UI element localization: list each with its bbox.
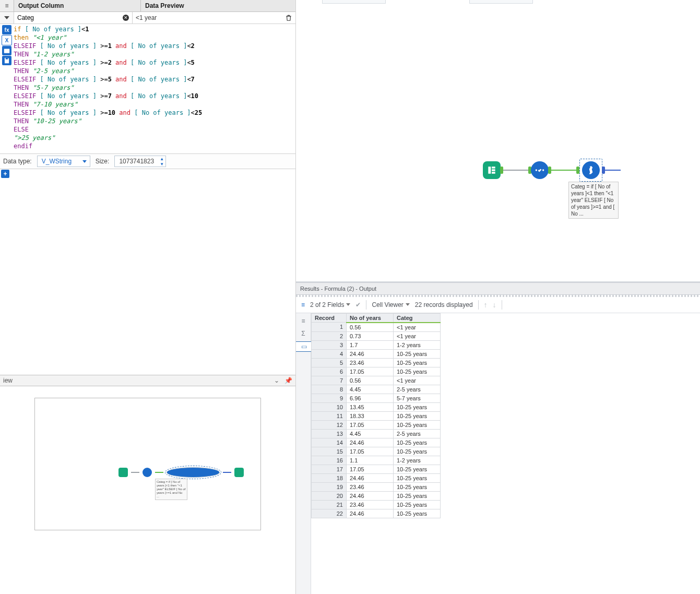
table-row[interactable]: 84.452-5 years (312, 385, 441, 394)
table-row[interactable]: 96.965-7 years (312, 394, 441, 402)
table-row[interactable]: 1217.0510-25 years (312, 420, 441, 429)
categ-cell: 10-25 years (394, 349, 441, 358)
formula-toolbar: fx X (0, 24, 14, 65)
folder-button[interactable] (2, 46, 11, 55)
table-row[interactable]: 523.4610-25 years (312, 358, 441, 367)
table-row[interactable]: 1118.3310-25 years (312, 411, 441, 420)
results-title: Results - Formula (2) - Output (296, 282, 700, 295)
formula-tool[interactable] (582, 161, 600, 179)
overview-annotation: Categ = if [ No of years ]<1 then "<1 ye… (155, 479, 187, 500)
table-row[interactable]: 70.56<1 year (312, 376, 441, 385)
table-row[interactable]: 31.71-2 years (312, 340, 441, 349)
clear-icon[interactable]: ✕ (123, 15, 129, 21)
table-row[interactable]: 617.0510-25 years (312, 367, 441, 376)
workflow-tools (483, 159, 621, 182)
rows-toggle-icon[interactable]: ≡ (0, 0, 14, 11)
table-row[interactable]: 2123.4610-25 years (312, 500, 441, 509)
results-grid[interactable]: Record No of years Categ 10.56<1 year20.… (311, 313, 700, 595)
record-cell: 1 (312, 323, 347, 332)
overview-canvas[interactable]: Categ = if [ No of years ]<1 then "<1 ye… (34, 398, 261, 530)
years-column-header[interactable]: No of years (347, 313, 394, 323)
chevron-down-icon (4, 16, 9, 19)
categ-cell: 10-25 years (394, 447, 441, 456)
formula-code[interactable]: if [ No of years ]<1then "<1 year"ELSEIF… (14, 24, 295, 153)
table-row[interactable]: 1517.0510-25 years (312, 447, 441, 456)
delete-icon[interactable] (285, 14, 292, 21)
table-row[interactable]: 10.56<1 year (312, 323, 441, 332)
table-row[interactable]: 20.73<1 year (312, 331, 441, 340)
variable-button[interactable]: X (2, 35, 12, 45)
step-up-icon[interactable]: ▲ (158, 156, 165, 161)
categ-cell: 10-25 years (394, 420, 441, 429)
categ-cell: 2-5 years (394, 429, 441, 438)
record-cell: 9 (312, 394, 347, 402)
years-cell: 0.56 (347, 376, 394, 385)
categ-cell: 10-25 years (394, 402, 441, 411)
years-cell: 23.46 (347, 500, 394, 509)
check-icon[interactable]: ✔ (355, 301, 361, 308)
years-cell: 1.1 (347, 456, 394, 465)
categ-cell: 5-7 years (394, 394, 441, 402)
record-cell: 19 (312, 482, 347, 491)
table-row[interactable]: 2224.4610-25 years (312, 509, 441, 518)
size-stepper[interactable]: 1073741823 ▲▼ (114, 156, 166, 167)
years-cell: 17.05 (347, 447, 394, 456)
save-button[interactable] (2, 56, 11, 65)
arrow-down-icon[interactable]: ↓ (493, 301, 496, 309)
sigma-tab-icon[interactable]: Σ (299, 329, 308, 338)
years-cell: 1.7 (347, 340, 394, 349)
record-cell: 6 (312, 367, 347, 376)
categ-cell: 2-5 years (394, 385, 441, 394)
record-cell: 11 (312, 411, 347, 420)
svg-rect-0 (4, 49, 10, 53)
years-cell: 4.45 (347, 385, 394, 394)
svg-rect-1 (6, 58, 8, 60)
datatype-value: V_WString (42, 158, 72, 165)
hamburger-icon[interactable]: ≡ (301, 301, 305, 308)
record-cell: 4 (312, 349, 347, 358)
formula-row: ✕ <1 year (0, 12, 295, 24)
categ-cell: 1-2 years (394, 340, 441, 349)
categ-cell: 10-25 years (394, 491, 441, 500)
record-column-header[interactable]: Record (312, 313, 347, 323)
messages-tab-icon[interactable]: ≡ (299, 316, 308, 326)
table-row[interactable]: 134.452-5 years (312, 429, 441, 438)
chevron-down-icon[interactable]: ⌄ (274, 377, 279, 384)
table-row[interactable]: 161.11-2 years (312, 456, 441, 465)
output-column-input[interactable] (14, 12, 132, 23)
records-displayed: 22 records displayed (415, 301, 473, 308)
output-column-field[interactable]: ✕ (14, 12, 133, 23)
output-column-header: Output Column (14, 0, 141, 11)
table-row[interactable]: 1717.0510-25 years (312, 465, 441, 473)
step-down-icon[interactable]: ▼ (158, 161, 165, 167)
categ-column-header[interactable]: Categ (394, 313, 441, 323)
add-formula-button[interactable]: + (1, 170, 9, 178)
categ-cell: 10-25 years (394, 358, 441, 367)
cell-viewer-dropdown[interactable]: Cell Viewer (372, 301, 409, 308)
pin-icon[interactable]: 📌 (284, 377, 292, 384)
table-row[interactable]: 1013.4510-25 years (312, 402, 441, 411)
record-cell: 5 (312, 358, 347, 367)
datatype-select[interactable]: V_WString (37, 156, 90, 167)
table-row[interactable]: 1923.4610-25 years (312, 482, 441, 491)
table-row[interactable]: 424.4610-25 years (312, 349, 441, 358)
canvas-ghost (469, 0, 533, 4)
categ-cell: 1-2 years (394, 456, 441, 465)
record-cell: 10 (312, 402, 347, 411)
table-row[interactable]: 1424.4610-25 years (312, 438, 441, 447)
select-tool[interactable] (531, 161, 549, 179)
categ-cell: 10-25 years (394, 367, 441, 376)
table-row[interactable]: 2024.4610-25 years (312, 491, 441, 500)
svg-point-3 (542, 169, 544, 171)
record-cell: 22 (312, 509, 347, 518)
arrow-up-icon[interactable]: ↑ (484, 301, 488, 309)
table-row[interactable]: 1824.4610-25 years (312, 473, 441, 482)
fields-dropdown[interactable]: 2 of 2 Fields (310, 301, 350, 308)
years-cell: 0.73 (347, 331, 394, 340)
expand-toggle[interactable] (0, 12, 14, 23)
categ-cell: 10-25 years (394, 509, 441, 518)
fx-button[interactable]: fx (2, 25, 11, 34)
input-data-tool[interactable] (483, 161, 501, 179)
record-cell: 21 (312, 500, 347, 509)
workflow-canvas[interactable]: Categ = if [ No of years ]<1 then "<1 ye… (296, 0, 700, 282)
